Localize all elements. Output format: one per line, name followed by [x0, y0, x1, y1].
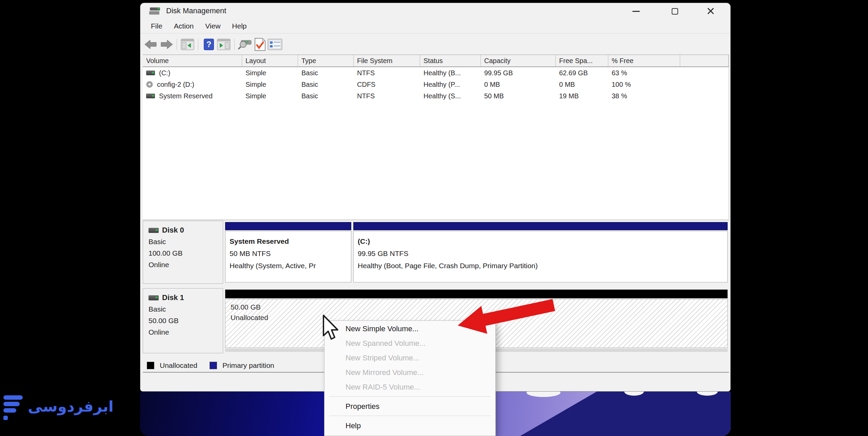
menu-separator [329, 416, 491, 416]
help-icon[interactable]: ? [201, 37, 216, 52]
column-header-status[interactable]: Status [420, 55, 481, 66]
table-row[interactable]: System Reserved Simple Basic NTFS Health… [143, 90, 729, 102]
maximize-button[interactable] [667, 6, 683, 17]
mouse-cursor-icon [322, 315, 341, 342]
primary-partition-swatch-icon [210, 362, 217, 369]
check-document-icon[interactable] [253, 37, 268, 52]
disk-volume-icon [146, 71, 155, 75]
menu-separator [329, 396, 491, 397]
menu-item-new-raid5-volume: New RAID-5 Volume... [324, 380, 495, 394]
disk-0-size: 100.00 GB [149, 247, 223, 259]
watermark-text: ابرفردوسی [28, 393, 114, 420]
disk-0-status: Online [149, 259, 223, 271]
disk-0-type: Basic [149, 236, 223, 247]
disk-volume-icon [146, 94, 155, 98]
menu-item-properties[interactable]: Properties [324, 399, 495, 414]
legend-primary-partition: Primary partition [210, 361, 274, 370]
logo-bars-icon [3, 395, 23, 415]
disk-0-row: Disk 0 Basic 100.00 GB Online System Res… [143, 221, 729, 284]
partition-c-drive[interactable]: (C:) 99.95 GB NTFS Healthy (Boot, Page F… [353, 222, 728, 282]
column-header-pct-free[interactable]: % Free [608, 55, 680, 66]
column-header-type[interactable]: Type [298, 55, 354, 66]
column-header-layout[interactable]: Layout [242, 55, 298, 66]
volume-list-header: Volume Layout Type File System Status Ca… [143, 55, 729, 67]
unallocated-bar [225, 290, 728, 298]
toolbar-separator [177, 39, 177, 50]
menu-view[interactable]: View [199, 20, 226, 32]
unallocated-swatch-icon [147, 362, 154, 369]
screenshot-root: ابرفردوسی Disk Management File Action Vi… [0, 0, 868, 436]
disk-icon [149, 228, 159, 233]
close-button[interactable] [703, 6, 719, 17]
column-header-capacity[interactable]: Capacity [481, 55, 556, 66]
menu-action[interactable]: Action [168, 20, 199, 32]
cd-volume-icon [146, 81, 153, 88]
primary-partition-bar [225, 222, 351, 230]
disk-1-type: Basic [149, 303, 223, 315]
disk-1-size: 50.00 GB [149, 315, 223, 326]
table-row[interactable]: config-2 (D:) Simple Basic CDFS Healthy … [143, 79, 729, 90]
primary-partition-bar [353, 222, 728, 230]
volume-list: Volume Layout Type File System Status Ca… [143, 55, 729, 220]
disk-0-partitions: System Reserved 50 MB NTFS Healthy (Syst… [223, 221, 729, 284]
maximize-icon [672, 8, 678, 15]
show-action-pane-icon[interactable] [216, 37, 231, 52]
toolbar-separator [198, 39, 198, 50]
menu-item-new-striped-volume: New Striped Volume... [324, 351, 495, 365]
watermark-logo: ابرفردوسی [3, 393, 115, 431]
disk-icon [149, 295, 159, 300]
partition-system-reserved[interactable]: System Reserved 50 MB NTFS Healthy (Syst… [225, 222, 351, 282]
column-header-empty [680, 55, 729, 66]
column-header-free-space[interactable]: Free Spa... [556, 55, 608, 66]
legend-unallocated: Unallocated [147, 361, 197, 370]
menu-item-help[interactable]: Help [324, 418, 495, 433]
disk-management-app-icon [149, 7, 161, 15]
properties-view-icon[interactable] [268, 37, 282, 52]
logo-dot-icon [3, 416, 8, 420]
disk-1-label-panel[interactable]: Disk 1 Basic 50.00 GB Online [143, 288, 223, 353]
forward-icon[interactable] [159, 37, 174, 52]
back-icon[interactable] [144, 37, 159, 52]
disk-0-label-panel[interactable]: Disk 0 Basic 100.00 GB Online [143, 221, 223, 284]
disk-1-status: Online [149, 326, 223, 338]
rescan-disks-icon[interactable] [238, 37, 253, 52]
table-row[interactable]: (C:) Simple Basic NTFS Healthy (B... 99.… [143, 67, 729, 79]
show-console-tree-icon[interactable] [180, 37, 195, 52]
toolbar-separator [234, 39, 235, 50]
menu-file[interactable]: File [145, 20, 168, 32]
menu-bar: File Action View Help [140, 19, 730, 34]
minimize-icon [632, 11, 640, 12]
window-title: Disk Management [166, 6, 226, 15]
minimize-button[interactable] [628, 6, 644, 17]
column-header-volume[interactable]: Volume [143, 55, 242, 66]
column-header-file-system[interactable]: File System [354, 55, 420, 66]
unallocated-label: 50.00 GB Unallocated [231, 302, 268, 323]
close-icon [707, 7, 714, 15]
toolbar: ? [140, 34, 730, 55]
menu-item-new-mirrored-volume: New Mirrored Volume... [324, 365, 495, 380]
menu-help[interactable]: Help [226, 20, 252, 32]
